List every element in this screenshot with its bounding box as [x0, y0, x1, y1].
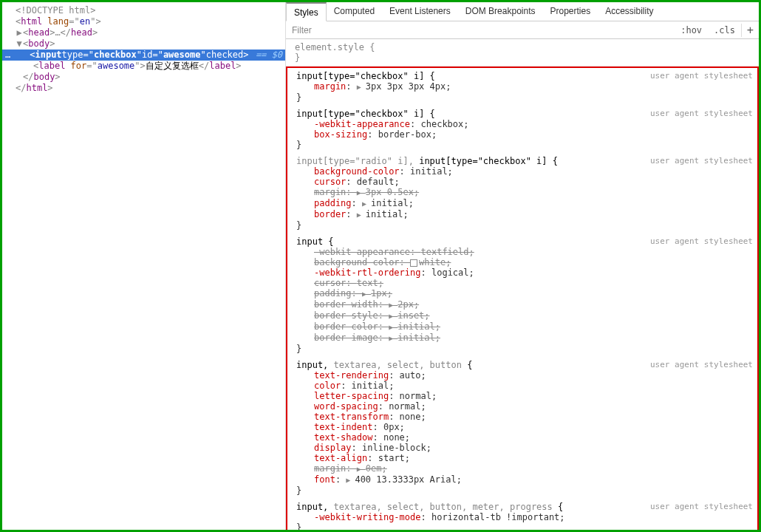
collapse-icon[interactable]: ▼ — [16, 38, 23, 50]
css-rule[interactable]: input[type="radio" i], input[type="check… — [287, 153, 757, 233]
css-property[interactable]: margin: ▶ 3px 3px 3px 4px; — [296, 81, 753, 92]
expand-icon[interactable]: ▶ — [16, 27, 23, 38]
filter-toolbar: Filter :hov .cls + — [286, 21, 759, 39]
css-property[interactable]: border-style: ▶ inset; — [296, 310, 753, 321]
css-property[interactable]: display: inline-block; — [296, 443, 753, 453]
rule-close-brace: } — [296, 140, 753, 150]
selected-input-node[interactable]: … <input type="checkbox" id="awesome" ch… — [2, 50, 285, 61]
css-property[interactable]: border: ▶ initial; — [296, 209, 753, 220]
css-rule[interactable]: input, textarea, select, button {user ag… — [287, 357, 757, 499]
label-node[interactable]: <label for="awesome">自定义复选框</label> — [2, 61, 285, 72]
elements-dom-tree[interactable]: <!DOCTYPE html> <html lang="en"> ▶<head>… — [2, 2, 286, 530]
doctype-node[interactable]: <!DOCTYPE html> — [2, 5, 285, 16]
label-text: 自定义复选框 — [146, 61, 199, 71]
rule-close-brace: } — [296, 522, 753, 530]
rule-selector[interactable]: input[type="radio" i], input[type="check… — [296, 156, 650, 166]
rule-close-brace: } — [296, 92, 753, 103]
filter-input[interactable]: Filter — [286, 25, 675, 35]
css-property[interactable]: margin: ▶ 0em; — [296, 463, 753, 474]
css-property[interactable]: text-shadow: none; — [296, 432, 753, 443]
css-property[interactable]: cursor: default; — [296, 177, 753, 187]
css-property[interactable]: border-image: ▶ initial; — [296, 332, 753, 344]
css-property[interactable]: border-width: ▶ 2px; — [296, 299, 753, 310]
color-swatch-icon[interactable] — [410, 259, 417, 267]
head-node[interactable]: ▶<head>…</head> — [2, 27, 285, 38]
css-property[interactable]: -webkit-appearance: checkbox; — [296, 119, 753, 129]
rule-source[interactable]: user agent stylesheet — [650, 502, 753, 512]
rule-close-brace: } — [296, 344, 753, 354]
ellipsis-icon[interactable]: … — [5, 50, 12, 61]
css-property[interactable]: color: initial; — [296, 381, 753, 391]
styles-panel: Styles Computed Event Listeners DOM Brea… — [286, 2, 759, 530]
css-rule[interactable]: input[type="checkbox" i] {user agent sty… — [287, 68, 757, 106]
rule-source[interactable]: user agent stylesheet — [650, 109, 753, 119]
tab-styles[interactable]: Styles — [286, 2, 327, 21]
css-property[interactable]: -webkit-rtl-ordering: logical; — [296, 267, 753, 278]
styles-tabstrip: Styles Computed Event Listeners DOM Brea… — [286, 2, 759, 21]
css-property[interactable]: box-sizing: border-box; — [296, 129, 753, 140]
css-property[interactable]: text-transform: none; — [296, 412, 753, 422]
rule-source[interactable]: user agent stylesheet — [650, 156, 753, 166]
hov-toggle[interactable]: :hov — [675, 25, 708, 35]
html-close-tag[interactable]: </html> — [2, 83, 285, 94]
tab-computed[interactable]: Computed — [327, 2, 382, 21]
css-property[interactable]: border-color: ▶ initial; — [296, 321, 753, 332]
rule-selector[interactable]: input { — [296, 236, 650, 247]
tab-accessibility[interactable]: Accessibility — [598, 2, 661, 21]
css-property[interactable]: padding: ▶ 1px; — [296, 288, 753, 299]
rule-close-brace: } — [296, 220, 753, 231]
body-open-tag[interactable]: ▼<body> — [2, 38, 285, 50]
tab-dom-breakpoints[interactable]: DOM Breakpoints — [458, 2, 543, 21]
rule-selector[interactable]: input, textarea, select, button { — [296, 360, 650, 370]
css-property[interactable]: text-indent: 0px; — [296, 422, 753, 432]
css-property[interactable]: -webkit-appearance: textfield; — [296, 247, 753, 257]
rule-source[interactable]: user agent stylesheet — [650, 236, 753, 247]
new-rule-button[interactable]: + — [741, 24, 759, 37]
cls-toggle[interactable]: .cls — [708, 25, 741, 35]
rule-source[interactable]: user agent stylesheet — [650, 360, 753, 370]
ua-rules-highlight: input[type="checkbox" i] {user agent sty… — [286, 66, 759, 530]
rule-close-brace: } — [296, 485, 753, 496]
css-property[interactable]: cursor: text; — [296, 278, 753, 288]
css-property[interactable]: background-color: white; — [296, 257, 753, 267]
element-style-block[interactable]: element.style { } — [286, 39, 759, 66]
console-ref: == $0 — [256, 50, 285, 61]
css-property[interactable]: text-align: start; — [296, 453, 753, 463]
tab-properties[interactable]: Properties — [542, 2, 598, 21]
css-property[interactable]: padding: ▶ initial; — [296, 198, 753, 209]
css-rule[interactable]: input {user agent stylesheet-webkit-appe… — [287, 233, 757, 357]
rule-selector[interactable]: input[type="checkbox" i] { — [296, 71, 650, 81]
rule-selector[interactable]: input, textarea, select, button, meter, … — [296, 502, 650, 512]
css-property[interactable]: letter-spacing: normal; — [296, 391, 753, 401]
css-rule[interactable]: input, textarea, select, button, meter, … — [287, 499, 757, 530]
html-open-tag[interactable]: <html lang="en"> — [2, 16, 285, 27]
css-property[interactable]: text-rendering: auto; — [296, 370, 753, 381]
css-property[interactable]: font: ▶ 400 13.3333px Arial; — [296, 474, 753, 485]
body-close-tag[interactable]: </body> — [2, 72, 285, 83]
tab-event-listeners[interactable]: Event Listeners — [382, 2, 458, 21]
css-property[interactable]: word-spacing: normal; — [296, 401, 753, 412]
css-property[interactable]: -webkit-writing-mode: horizontal-tb !imp… — [296, 512, 753, 522]
styles-rules[interactable]: element.style { } input[type="checkbox" … — [286, 39, 759, 530]
rule-source[interactable]: user agent stylesheet — [650, 71, 753, 81]
css-property[interactable]: background-color: initial; — [296, 166, 753, 177]
css-rule[interactable]: input[type="checkbox" i] {user agent sty… — [287, 106, 757, 153]
rule-selector[interactable]: input[type="checkbox" i] { — [296, 109, 650, 119]
css-property[interactable]: margin: ▶ 3px 0.5ex; — [296, 187, 753, 198]
